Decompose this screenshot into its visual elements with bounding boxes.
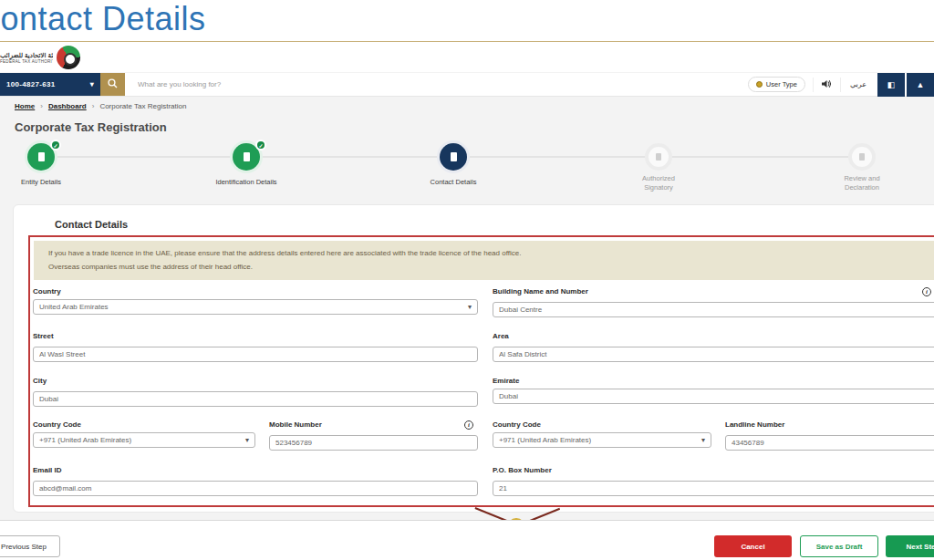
language-toggle[interactable]: عربي: [840, 78, 876, 92]
step-review-declaration[interactable]: Review and Declaration: [812, 147, 912, 192]
toolbar: 100-4827-631 ▾ User Type عربي ◧: [0, 73, 934, 97]
gold-divider: [0, 41, 934, 42]
breadcrumb-home[interactable]: Home: [15, 102, 35, 110]
search-field-wrap: [125, 73, 748, 96]
cancel-button[interactable]: Cancel: [714, 535, 792, 557]
landline-number-input[interactable]: [725, 435, 934, 451]
emirate-label: Emirate: [493, 377, 934, 385]
step-contact-details[interactable]: Contact Details: [403, 143, 503, 187]
notice-line-1: If you have a trade licence in the UAE, …: [48, 246, 931, 260]
step-circle: ✓: [233, 143, 260, 171]
check-icon: ✓: [50, 140, 61, 150]
step-label: Entity Details: [0, 178, 91, 187]
info-icon[interactable]: i: [922, 287, 931, 296]
step-circle: [852, 147, 872, 167]
footer-bar: [0, 520, 934, 560]
step-circle: [649, 147, 669, 167]
country-label: Country: [33, 287, 478, 296]
city-input[interactable]: [33, 391, 478, 407]
breadcrumb-current: Corporate Tax Registration: [99, 102, 186, 110]
search-icon: [108, 78, 118, 91]
search-input[interactable]: [125, 73, 748, 96]
step-circle: [440, 143, 467, 171]
address-notice-banner: If you have a trade licence in the UAE, …: [34, 241, 934, 280]
page-heading: Corporate Tax Registration: [15, 120, 167, 134]
step-label: Contact Details: [403, 178, 503, 187]
email-input[interactable]: [33, 481, 478, 496]
accessibility-contrast-button[interactable]: ◧: [877, 73, 905, 97]
building-input[interactable]: [493, 302, 934, 317]
document-icon: [451, 152, 457, 161]
toolbar-right-group: User Type عربي ◧ ▲: [748, 73, 934, 96]
landline-country-code-value: +971 (United Arab Emirates): [499, 436, 591, 444]
logo-arabic-text: الهيئة الاتحادية للضرائب: [0, 52, 53, 59]
fta-logo-text: الهيئة الاتحادية للضرائب FEDERAL TAX AUT…: [0, 52, 53, 64]
emirate-value: Dubai: [499, 392, 518, 400]
mobile-country-code-value: +971 (United Arab Emirates): [39, 436, 131, 444]
document-icon: [656, 153, 661, 161]
emirate-select[interactable]: Dubai ▾: [493, 389, 934, 404]
country-field: Country United Arab Emirates ▾: [33, 287, 478, 315]
fta-logo: الهيئة الاتحادية للضرائب FEDERAL TAX AUT…: [0, 44, 80, 71]
landline-number-field: Landline Number: [725, 420, 934, 451]
save-as-draft-button[interactable]: Save as Draft: [800, 535, 878, 557]
city-label: City: [33, 377, 478, 385]
text-to-speech-button[interactable]: [813, 78, 840, 92]
document-icon: [244, 152, 250, 161]
emirate-field: Emirate Dubai ▾: [493, 377, 934, 404]
mobile-country-code-select[interactable]: +971 (United Arab Emirates) ▾: [33, 432, 255, 448]
taxable-person-selector[interactable]: 100-4827-631 ▾: [0, 73, 100, 96]
breadcrumb-dashboard[interactable]: Dashboard: [48, 102, 87, 110]
country-select[interactable]: United Arab Emirates ▾: [33, 299, 478, 315]
step-entity-details[interactable]: ✓ Entity Details: [0, 143, 91, 187]
mobile-number-field: Mobile Number: [269, 420, 478, 451]
step-identification-details[interactable]: ✓ Identification Details: [196, 143, 296, 187]
previous-step-button[interactable]: Previous Step: [0, 535, 60, 557]
mobile-number-label: Mobile Number: [269, 420, 478, 429]
fta-emblem-icon: [57, 46, 80, 69]
street-label: Street: [33, 332, 478, 340]
header-band: Contact Details الهيئة الاتحادية للضرائب…: [0, 0, 934, 72]
mobile-country-code-label: Country Code: [33, 420, 255, 429]
search-button[interactable]: [100, 73, 125, 96]
breadcrumb-separator-icon: ›: [40, 102, 43, 110]
landline-country-code-field: Country Code +971 (United Arab Emirates)…: [493, 420, 711, 448]
chevron-down-icon: ▾: [90, 80, 94, 88]
taxable-person-label: 100-4827-631: [6, 80, 55, 88]
building-label: Building Name and Number: [493, 287, 934, 296]
chevron-down-icon: ▾: [701, 436, 705, 444]
street-input[interactable]: [33, 347, 478, 362]
step-authorized-signatory[interactable]: Authorized Signatory: [608, 147, 709, 192]
area-field: Area: [493, 332, 934, 362]
area-input[interactable]: [493, 347, 934, 362]
section-title: Contact Details: [55, 219, 128, 230]
document-icon: [859, 153, 865, 161]
email-label: Email ID: [33, 466, 478, 474]
street-field: Street: [33, 332, 478, 362]
mobile-number-input[interactable]: [269, 435, 478, 451]
check-icon: ✓: [255, 140, 266, 150]
breadcrumb: Home › Dashboard › Corporate Tax Registr…: [15, 102, 186, 110]
city-field: City: [33, 377, 478, 407]
step-label: Review and Declaration: [812, 174, 912, 192]
landline-country-code-label: Country Code: [493, 420, 711, 429]
notice-line-2: Overseas companies must use the address …: [48, 260, 931, 274]
next-step-button[interactable]: Next Step: [886, 535, 934, 557]
landline-number-label: Landline Number: [725, 420, 934, 429]
po-box-label: P.O. Box Number: [493, 466, 934, 474]
info-icon[interactable]: i: [464, 420, 473, 430]
po-box-input[interactable]: [493, 481, 934, 496]
user-type-button[interactable]: User Type: [748, 77, 805, 92]
chevron-down-icon: ▾: [468, 303, 472, 311]
scroll-top-button[interactable]: ▲: [907, 73, 934, 97]
triangle-up-icon: ▲: [917, 80, 925, 89]
user-type-label: User Type: [766, 80, 797, 88]
coin-icon: [756, 81, 763, 88]
chevron-down-icon: ▾: [245, 436, 249, 444]
document-icon: [38, 152, 45, 161]
landline-country-code-select[interactable]: +971 (United Arab Emirates) ▾: [493, 432, 711, 448]
step-circle: ✓: [27, 143, 55, 171]
building-field: Building Name and Number: [493, 287, 934, 317]
step-label: Identification Details: [196, 178, 296, 187]
step-label: Authorized Signatory: [608, 174, 709, 192]
